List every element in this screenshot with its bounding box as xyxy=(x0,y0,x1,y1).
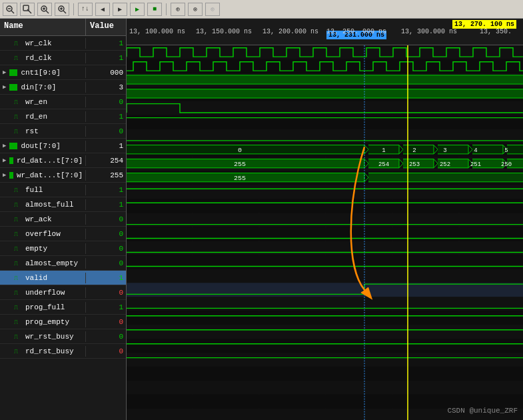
expand-arrow-icon[interactable]: ▶ xyxy=(3,142,6,149)
watermark: CSDN @unique_ZRF xyxy=(447,407,518,415)
signal-row[interactable]: ⎍rst0 xyxy=(0,124,126,139)
signal-row[interactable]: ⎍rd_clk1 xyxy=(0,51,126,65)
svg-rect-56 xyxy=(127,145,364,154)
signal-row[interactable]: ▶din[7:0]3 xyxy=(0,80,126,95)
signal-row[interactable]: ⎍rd_en1 xyxy=(0,109,126,124)
signal-row[interactable]: ⎍empty0 xyxy=(0,241,126,256)
single-signal-icon: ⎍ xyxy=(14,245,22,252)
signal-row[interactable]: ▶cnt1[9:0]000 xyxy=(0,65,126,80)
signal-row[interactable]: ⎍underflow0 xyxy=(0,285,126,300)
svg-rect-48 xyxy=(127,75,523,84)
signal-name-cell: ⎍rd_rst_busy xyxy=(0,346,86,357)
play-btn[interactable]: ▶ xyxy=(130,3,145,16)
signal-name-text: empty xyxy=(25,245,47,253)
signal-name-cell: ⎍underflow xyxy=(0,287,86,298)
signal-row[interactable]: ▶rd_dat...t[7:0]254 xyxy=(0,153,126,168)
marker3-btn[interactable]: ⊕ xyxy=(205,3,220,16)
timeline-header: 13, 270. 100 ns 13, 231.000 ns 13, 100.0… xyxy=(127,19,523,45)
sep2 xyxy=(166,3,167,15)
signal-name-text: almost_full xyxy=(25,201,74,209)
signal-name-cell: ⎍empty xyxy=(0,243,86,254)
signal-name-cell: ⎍almost_full xyxy=(0,199,86,210)
single-signal-icon: ⎍ xyxy=(14,231,22,237)
signal-name-cell: ▶wr_dat...t[7:0] xyxy=(0,170,86,181)
stop-btn[interactable]: ■ xyxy=(147,3,162,16)
signal-name-cell: ▶din[7:0] xyxy=(0,82,86,93)
bus-signal-icon xyxy=(9,84,17,91)
svg-text:251: 251 xyxy=(470,161,481,168)
single-signal-icon: ⎍ xyxy=(14,99,22,105)
svg-text:3: 3 xyxy=(443,147,446,154)
signal-row[interactable]: ▶wr_dat...t[7:0]255 xyxy=(0,168,126,183)
signal-name-text: wr_rst_busy xyxy=(25,333,74,341)
signal-value-cell: 1 xyxy=(86,141,126,151)
svg-line-6 xyxy=(46,11,49,13)
svg-line-10 xyxy=(63,11,66,13)
signal-row[interactable]: ▶dout[7:0]1 xyxy=(0,139,126,153)
svg-rect-45 xyxy=(127,381,523,395)
svg-rect-43 xyxy=(127,353,523,367)
signal-row[interactable]: ⎍valid1 xyxy=(0,271,126,285)
tick-label-4: 13, 250. 000 ns xyxy=(326,28,386,35)
signal-row[interactable]: ⎍wr_rst_busy0 xyxy=(0,329,126,344)
signal-row[interactable]: ⎍wr_en0 xyxy=(0,95,126,109)
signal-value-cell: 0 xyxy=(86,331,126,342)
marker-btn[interactable]: ⊕ xyxy=(171,3,185,16)
signal-name-cell: ⎍wr_clk xyxy=(0,38,86,49)
signal-value-cell: 0 xyxy=(86,346,126,357)
marker2-btn[interactable]: ⊗ xyxy=(188,3,203,16)
zoom-fit-button[interactable] xyxy=(3,3,17,16)
svg-rect-40 xyxy=(127,311,523,325)
signal-name-text: cnt1[9:0] xyxy=(21,69,60,77)
zoom-in2-button[interactable] xyxy=(55,3,69,16)
waveform-area[interactable]: 0 1 2 3 4 5 255 254 253 252 251 250 255 xyxy=(127,45,523,420)
signal-name-text: rd_rst_busy xyxy=(25,347,74,355)
expand-arrow-icon[interactable]: ▶ xyxy=(3,157,6,164)
signal-row[interactable]: ⎍prog_full1 xyxy=(0,300,126,315)
step-back-btn[interactable]: ◀ xyxy=(95,3,110,16)
toolbar: ↑↓ ◀ ▶ ▶ ■ ⊕ ⊗ ⊕ xyxy=(0,0,523,19)
expand-arrow-icon[interactable]: ▶ xyxy=(3,69,6,76)
signal-value-cell: 000 xyxy=(86,67,126,78)
signal-row[interactable]: ⎍almost_empty0 xyxy=(0,256,126,271)
signal-row[interactable]: ⎍full1 xyxy=(0,183,126,197)
signal-row[interactable]: ⎍almost_full1 xyxy=(0,197,126,212)
tick-label-3: 13, 200.000 ns xyxy=(262,28,318,35)
step-forward-btn[interactable]: ▶ xyxy=(113,3,127,16)
signal-name-cell: ▶cnt1[9:0] xyxy=(0,67,86,78)
bus-signal-icon xyxy=(9,157,13,164)
bus-signal-icon xyxy=(9,69,17,76)
signal-name-text: din[7:0] xyxy=(21,83,56,91)
svg-text:252: 252 xyxy=(440,161,450,168)
signal-name-text: almost_empty xyxy=(25,259,78,267)
svg-text:4: 4 xyxy=(474,147,477,154)
signal-name-text: overflow xyxy=(25,230,61,238)
single-signal-icon: ⎍ xyxy=(14,128,22,135)
signal-row[interactable]: ⎍wr_clk1 xyxy=(0,36,126,51)
zoom-in-button[interactable] xyxy=(37,3,52,16)
signal-name-cell: ⎍overflow xyxy=(0,229,86,239)
svg-text:255: 255 xyxy=(234,161,246,168)
signal-value-cell: 0 xyxy=(86,243,126,254)
signal-value-cell: 0 xyxy=(86,287,126,298)
svg-rect-42 xyxy=(127,339,523,353)
signal-name-cell: ▶dout[7:0] xyxy=(0,141,86,151)
expand-arrow-icon[interactable]: ▶ xyxy=(3,171,6,179)
signal-name-text: wr_clk xyxy=(25,39,52,47)
expand-arrow-icon[interactable]: ▶ xyxy=(3,83,6,91)
single-signal-icon: ⎍ xyxy=(14,113,22,120)
value-header: Value xyxy=(86,19,126,35)
signal-row[interactable]: ⎍overflow0 xyxy=(0,227,126,241)
svg-line-1 xyxy=(11,11,14,13)
name-header: Name xyxy=(0,19,86,35)
cursor-btn[interactable]: ↑↓ xyxy=(78,3,93,16)
svg-text:255: 255 xyxy=(234,175,246,182)
signal-row[interactable]: ⎍wr_ack0 xyxy=(0,212,126,227)
zoom-out-button[interactable] xyxy=(20,3,35,16)
signal-name-cell: ⎍full xyxy=(0,185,86,195)
signal-row[interactable]: ⎍rd_rst_busy0 xyxy=(0,344,126,359)
svg-line-4 xyxy=(27,9,31,13)
waveform-panel[interactable]: 13, 270. 100 ns 13, 231.000 ns 13, 100.0… xyxy=(127,19,523,420)
signal-row[interactable]: ⎍prog_empty0 xyxy=(0,315,126,329)
svg-text:2: 2 xyxy=(412,147,416,154)
